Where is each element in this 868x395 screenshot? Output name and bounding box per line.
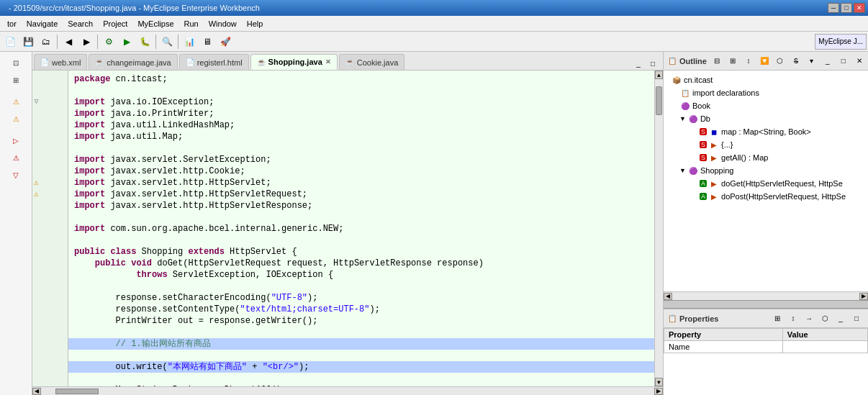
menu-navigate[interactable]: Navigate — [22, 18, 62, 29]
search-button[interactable]: 🔍 — [158, 34, 176, 50]
menu-tor[interactable]: tor — [3, 18, 21, 29]
prev-edit-button[interactable]: ◀ — [60, 34, 77, 50]
props-btn3[interactable]: → — [802, 312, 816, 325]
h-scroll-left-arrow[interactable]: ◀ — [32, 388, 41, 395]
save-all-button[interactable]: 🗂 — [37, 34, 55, 50]
outline-scroll-track[interactable] — [672, 293, 859, 300]
code-editor[interactable]: ▽ ⚠ ⚠ package cn.itcast; import java.io.… — [32, 71, 663, 386]
code-content[interactable]: package cn.itcast; import java.io.IOExce… — [68, 71, 654, 386]
constructor-access-badge: S — [700, 141, 707, 148]
props-btn1[interactable]: ⊞ — [770, 312, 785, 325]
code-scrollbar[interactable]: ▲ ▼ — [654, 71, 663, 386]
cookie-icon: ☕ — [345, 58, 354, 66]
save-button[interactable]: 💾 — [19, 34, 37, 50]
dopost-label: doPost(HttpServletRequest, HttpSe — [721, 192, 846, 201]
scroll-track[interactable] — [655, 79, 663, 378]
tree-item-constructor[interactable]: S ▶ {...} — [666, 138, 865, 151]
tab-cookie[interactable]: ☕ Cookie.java — [339, 54, 404, 70]
tree-item-book[interactable]: 🟣 Book — [666, 99, 865, 112]
changeimage-label: changeimage.java — [107, 58, 171, 67]
db-expand-icon[interactable]: ▼ — [679, 115, 686, 122]
value-col-header: Value — [782, 329, 867, 341]
tree-item-shopping[interactable]: ▼ 🟣 Shopping — [666, 164, 865, 177]
server-button[interactable]: 🖥 — [199, 34, 216, 50]
scroll-down-arrow[interactable]: ▼ — [655, 378, 663, 386]
main-layout: ⊡ ⊞ ⚠ ⚠ ▷ ⚠ ▽ 📄 web.xml ☕ changeimage.ja… — [0, 52, 868, 395]
minimize-button[interactable]: ─ — [828, 3, 839, 13]
maximize-editor-btn[interactable]: □ — [646, 57, 660, 70]
outline-maximize-btn[interactable]: □ — [836, 55, 851, 68]
outline-settings-btn[interactable]: ▾ — [805, 55, 819, 68]
outline-scroll-left[interactable]: ◀ — [664, 293, 672, 300]
constructor-icon: ▶ — [708, 139, 720, 150]
outline-minimize-btn[interactable]: _ — [820, 55, 835, 68]
h-scroll-thumb[interactable] — [55, 389, 99, 394]
minimize-editor-btn[interactable]: _ — [631, 57, 646, 70]
shopping-class-label: Shopping — [700, 166, 734, 175]
sidebar-collapse-btn[interactable]: ⊡ — [5, 55, 27, 71]
outline-filter-btn[interactable]: 🔽 — [757, 55, 772, 68]
props-maximize-btn[interactable]: □ — [849, 312, 864, 325]
tree-item-imports[interactable]: 📋 import declarations — [666, 86, 865, 99]
tree-item-doget[interactable]: A ▶ doGet(HttpServletRequest, HttpSe — [666, 177, 865, 190]
menu-myeclipse[interactable]: MyEclipse — [133, 18, 178, 29]
scroll-thumb[interactable] — [656, 86, 662, 115]
map-field-label: map : Map<String, Book> — [721, 127, 811, 136]
tab-registerl[interactable]: 📄 registerl.html — [179, 54, 249, 70]
tree-item-getall[interactable]: S ▶ getAll() : Map — [666, 151, 865, 164]
panel-separator[interactable] — [664, 300, 868, 309]
sidebar-expand-btn[interactable]: ⊞ — [5, 72, 27, 88]
next-edit-button[interactable]: ▶ — [78, 34, 95, 50]
properties-panel-icon: 📋 — [668, 314, 677, 322]
doget-label: doGet(HttpServletRequest, HttpSe — [721, 179, 843, 188]
menu-run[interactable]: Run — [180, 18, 203, 29]
scroll-up-arrow[interactable]: ▲ — [655, 71, 663, 79]
run-button[interactable]: ▶ — [118, 34, 135, 50]
error-icon: ⚠ — [5, 150, 27, 165]
deploy-button[interactable]: 🚀 — [217, 34, 234, 50]
toolbar-sep4 — [178, 35, 178, 49]
title-text: - 201509/src/cn/itcast/Shopping.java - M… — [3, 4, 260, 12]
props-btn2[interactable]: ↕ — [786, 312, 800, 325]
menu-help[interactable]: Help — [243, 18, 268, 29]
menu-window[interactable]: Window — [204, 18, 241, 29]
perspective-button[interactable]: 📊 — [181, 34, 198, 50]
menu-project[interactable]: Project — [99, 18, 132, 29]
h-scrollbar[interactable]: ◀ ▶ — [32, 386, 663, 395]
shopping-tab-close[interactable]: ✕ — [325, 58, 331, 65]
debug-button[interactable]: 🐛 — [136, 34, 153, 50]
myeclipse-perspective[interactable]: MyEclipse J... — [815, 34, 867, 50]
outline-hide-static-btn[interactable]: S̶ — [789, 55, 803, 68]
tab-web-xml[interactable]: 📄 web.xml — [34, 54, 87, 70]
maximize-button[interactable]: □ — [841, 3, 852, 13]
tab-changeimage[interactable]: ☕ changeimage.java — [89, 54, 177, 70]
dopost-access-badge: A — [700, 193, 707, 200]
outline-sort-btn[interactable]: ↕ — [741, 55, 756, 68]
close-button[interactable]: ✕ — [854, 3, 865, 13]
outline-hide-fields-btn[interactable]: ⬡ — [773, 55, 787, 68]
tab-shopping[interactable]: ☕ Shopping.java ✕ — [250, 54, 338, 70]
tree-item-db[interactable]: ▼ 🟣 Db — [666, 112, 865, 125]
tree-item-dopost[interactable]: A ▶ doPost(HttpServletRequest, HttpSe — [666, 190, 865, 203]
map-field-icon: ◼ — [708, 126, 720, 137]
build-button[interactable]: ⚙ — [100, 34, 117, 50]
props-btn4[interactable]: ⬡ — [818, 312, 832, 325]
title-bar-buttons: ─ □ ✕ — [828, 3, 865, 13]
tree-item-map-field[interactable]: S ◼ map : Map<String, Book> — [666, 125, 865, 138]
props-minimize-btn[interactable]: _ — [833, 312, 848, 325]
h-scroll-track[interactable] — [41, 388, 654, 395]
new-button[interactable]: 📄 — [1, 34, 19, 50]
outline-tree[interactable]: 📦 cn.itcast 📋 import declarations 🟣 Book… — [664, 71, 868, 291]
outline-collapse-btn[interactable]: ⊟ — [710, 55, 724, 68]
tree-item-package[interactable]: 📦 cn.itcast — [666, 73, 865, 86]
outline-scroll-right[interactable]: ▶ — [859, 293, 868, 300]
outline-h-scroll[interactable]: ◀ ▶ — [664, 291, 868, 300]
shopping-expand-icon[interactable]: ▼ — [679, 167, 686, 174]
menu-search[interactable]: Search — [63, 18, 97, 29]
outline-expand-btn[interactable]: ⊞ — [725, 55, 740, 68]
props-value-cell[interactable] — [782, 341, 867, 353]
outline-close-btn[interactable]: ✕ — [852, 55, 867, 68]
registerl-label: registerl.html — [197, 58, 243, 67]
h-scroll-right-arrow[interactable]: ▶ — [654, 388, 663, 395]
warning-icon: ⚠ — [5, 94, 27, 109]
